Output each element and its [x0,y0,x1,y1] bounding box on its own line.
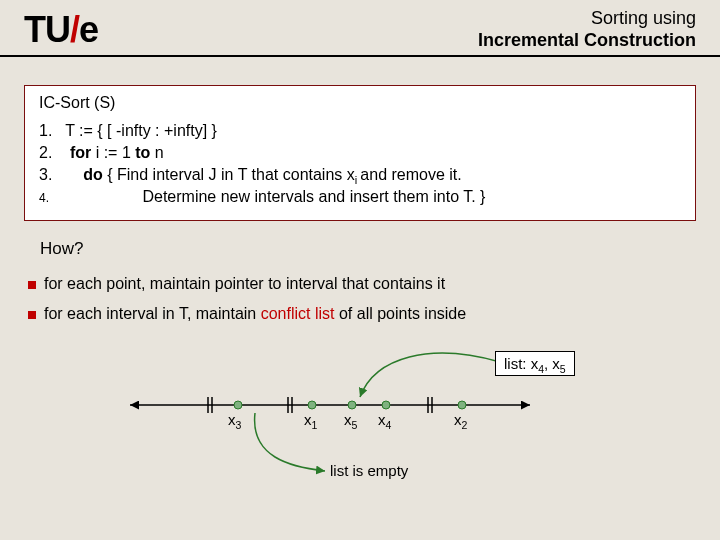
kw-do: do [83,166,103,183]
svg-point-9 [348,401,356,409]
line-text: Determine new intervals and insert them … [142,188,485,205]
line-text: and remove it. [360,166,461,183]
line-text: T := { [ -infty : +infty] } [65,122,217,139]
algorithm-box: IC-Sort (S) 1. T := { [ -infty : +infty]… [24,85,696,221]
point-x3: x3 [228,411,241,428]
line-text: n [150,144,163,161]
kw-to: to [135,144,150,161]
logo-e: e [79,9,98,50]
bullet-2: for each interval in T, maintain conflic… [28,299,692,329]
title-line-1: Sorting using [591,8,696,28]
empty-list-label: list is empty [330,462,408,479]
subscript: 5 [560,363,566,375]
bullet-list: for each point, maintain pointer to inte… [28,269,692,329]
svg-point-11 [458,401,466,409]
divider [0,55,720,57]
bullet-icon [28,281,36,289]
bullet-1: for each point, maintain pointer to inte… [28,269,692,299]
header: TU/e Sorting using Incremental Construct… [0,0,720,55]
svg-point-7 [234,401,242,409]
slide-title: Sorting using Incremental Construction [478,8,696,51]
line-number: 2. [39,144,61,162]
line-text: i := 1 [91,144,135,161]
svg-point-8 [308,401,316,409]
algo-line-4: 4. Determine new intervals and insert th… [39,188,681,206]
algo-line-3: 3. do { Find interval J in T that contai… [39,166,681,184]
algo-line-2: 2. for i := 1 to n [39,144,681,162]
logo-tu: TU [24,9,70,50]
algo-line-1: 1. T := { [ -infty : +infty] } [39,122,681,140]
line-number: 3. [39,166,61,184]
point-x1: x1 [304,411,317,428]
bullet-icon [28,311,36,319]
point-x4: x4 [378,411,391,428]
point-x5: x5 [344,411,357,428]
svg-point-10 [382,401,390,409]
bullet-text-a: for each interval in T, maintain [44,305,261,322]
line-number: 1. [39,122,61,140]
list-mid: , x [544,355,560,372]
algo-title: IC-Sort (S) [39,94,681,112]
list-label: list: x [504,355,538,372]
point-x2: x2 [454,411,467,428]
bullet-text-b: of all points inside [335,305,467,322]
highlight-text: conflict list [261,305,335,322]
logo-slash: / [70,9,79,50]
how-label: How? [40,239,720,259]
kw-for: for [70,144,91,161]
line-text: { Find interval J in T that contains x [103,166,355,183]
diagram: list: x4, x5 x3 x1 x5 x4 x2 list is empt… [100,347,620,487]
bullet-text: for each interval in T, maintain conflic… [44,305,466,323]
list-callout: list: x4, x5 [495,351,575,376]
logo: TU/e [24,9,98,51]
line-number: 4. [39,191,61,205]
title-line-2: Incremental Construction [478,30,696,50]
bullet-text: for each point, maintain pointer to inte… [44,275,445,293]
